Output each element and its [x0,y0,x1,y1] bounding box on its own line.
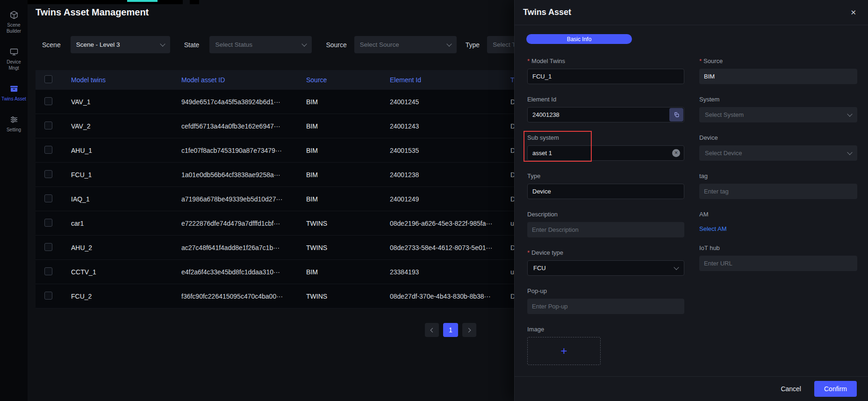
sidebar-item-scene-builder[interactable]: Scene Builder [0,10,28,34]
iot-hub-input[interactable] [699,256,857,271]
field-source: *Source [699,57,857,84]
device-placeholder: Select Device [705,150,742,157]
scene-builder-icon [9,10,19,20]
popup-input[interactable] [527,299,684,314]
scene-filter-select[interactable]: Scene - Level 3 [71,36,170,53]
required-marker: * [527,57,530,64]
state-filter-select[interactable]: Select Status [209,36,312,53]
chevron-left-icon [430,328,435,332]
cancel-button[interactable]: Cancel [781,385,801,393]
next-page-button[interactable] [462,323,476,337]
field-device-type: *Device type FCU [527,249,684,276]
column-source[interactable]: Source [306,76,390,84]
chevron-right-icon [466,328,471,332]
row-checkbox[interactable] [44,292,52,300]
state-filter-placeholder: Select Status [215,41,252,48]
device-label: Device [699,134,857,142]
row-checkbox[interactable] [44,170,52,178]
field-image: Image + [527,326,684,365]
sidebar: Scene Builder Device Mngt Twins Asset Se… [0,0,28,401]
twins-asset-icon [9,84,19,93]
source-filter-select[interactable]: Select Source [354,36,457,53]
type-filter-label: Type [466,41,480,49]
system-placeholder: Select System [705,111,744,118]
field-element-id: Element Id [527,96,684,122]
system-label: System [699,96,857,103]
copy-button[interactable] [669,108,683,122]
model-twins-input[interactable] [527,69,684,84]
field-system: System Select System [699,96,857,122]
cell-model-twins: IAQ_1 [71,195,181,203]
sidebar-item-label: Device Mngt [0,59,28,71]
row-checkbox[interactable] [44,97,52,105]
select-am-link[interactable]: Select AM [699,225,727,232]
chevron-down-icon [847,111,852,116]
image-upload-box[interactable]: + [527,337,601,365]
scene-filter-label: Scene [42,41,61,49]
sub-system-input[interactable] [527,145,684,161]
image-label: Image [527,326,684,333]
table-row: VAV_2 cefdf56713a44a0fb3e162e6947··· BIM… [36,114,550,138]
close-icon[interactable]: ✕ [850,8,856,17]
state-filter-label: State [184,41,200,49]
cell-model-twins: VAV_2 [71,122,181,130]
row-checkbox[interactable] [44,219,52,227]
source-filter-placeholder: Select Source [360,41,399,48]
drawer-title: Twins Asset [523,7,571,17]
tab-strip-artifact-2 [190,0,199,4]
page-title: Twins Asset Management [36,7,149,18]
sidebar-item-device-mngt[interactable]: Device Mngt [0,47,28,71]
required-marker: * [527,249,530,256]
device-select[interactable]: Select Device [699,145,857,161]
clear-icon[interactable]: × [672,149,680,157]
cell-source: TWINS [306,220,390,227]
page-1-button[interactable]: 1 [443,323,458,337]
select-all-checkbox[interactable] [44,75,52,83]
device-type-select[interactable]: FCU [527,260,684,276]
sidebar-item-label: Scene Builder [0,22,28,34]
field-am: AM Select AM [699,211,857,233]
element-id-input[interactable] [527,107,684,122]
chevron-down-icon [160,41,165,46]
row-checkbox[interactable] [44,243,52,251]
cell-model-asset-id: cefdf56713a44a0fb3e162e6947··· [181,122,306,130]
sidebar-item-label: Twins Asset [0,96,28,102]
row-checkbox[interactable] [44,194,52,202]
table-header: Model twins Model asset ID Source Elemen… [36,70,550,90]
tab-basic-info[interactable]: Basic Info [526,34,632,44]
row-checkbox[interactable] [44,146,52,154]
row-checkbox[interactable] [44,122,52,129]
cell-element-id: 24001243 [390,122,510,130]
device-type-label: Device type [531,249,563,256]
system-select[interactable]: Select System [699,107,857,122]
type-label: Type [527,172,684,180]
cell-element-id: 24001245 [390,98,510,106]
type-input[interactable] [527,184,684,199]
table-row: IAQ_1 a71986a678be49339eb5d10d27··· BIM … [36,187,550,211]
setting-icon [9,115,19,124]
prev-page-button[interactable] [425,323,439,337]
iot-hub-label: IoT hub [699,244,857,252]
sidebar-item-setting[interactable]: Setting [0,115,28,133]
asset-table: Model twins Model asset ID Source Elemen… [36,70,550,308]
row-checkbox[interactable] [44,267,52,275]
cell-model-twins: CCTV_1 [71,268,181,276]
source-input[interactable] [699,69,857,84]
chevron-down-icon [302,41,307,46]
column-model-twins[interactable]: Model twins [71,76,181,84]
table-row: CCTV_1 e4f2a6f4c33e45bd8fc1ddaa310··· BI… [36,260,550,284]
form-right-column: *Source System Select System Device Sele… [699,57,857,377]
description-label: Description [527,211,684,218]
chevron-down-icon [674,265,679,270]
tag-input[interactable] [699,184,857,199]
column-element-id[interactable]: Element Id [390,76,510,84]
cell-model-twins: AHU_2 [71,244,181,251]
cell-element-id: 24001238 [390,171,510,179]
description-input[interactable] [527,222,684,237]
app-screen: Scene Builder Device Mngt Twins Asset Se… [0,0,868,401]
confirm-button[interactable]: Confirm [814,381,857,397]
column-model-asset-id[interactable]: Model asset ID [181,76,306,84]
sidebar-item-twins-asset[interactable]: Twins Asset [0,84,28,102]
field-popup: Pop-up [527,287,684,314]
tab-strip-artifact [28,0,183,4]
